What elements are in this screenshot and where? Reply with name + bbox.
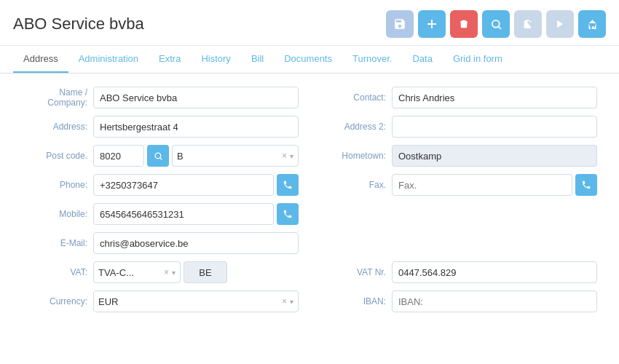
postcode-label: Post code. <box>22 151 87 161</box>
name-input[interactable] <box>93 87 299 108</box>
hometown-input[interactable] <box>392 145 597 167</box>
phone-call-button[interactable] <box>277 174 299 196</box>
form-left-column: Name / Company: Address: Post code. B × … <box>22 87 299 312</box>
vat-clear-icon[interactable]: × <box>164 267 169 277</box>
email-input[interactable] <box>93 232 299 254</box>
tab-extra[interactable]: Extra <box>149 46 191 73</box>
currency-arrow-icon[interactable]: ▾ <box>290 298 293 306</box>
tab-address[interactable]: Address <box>13 46 68 73</box>
iban-row: IBAN: <box>320 290 597 312</box>
address2-row: Address 2: <box>320 116 597 138</box>
phone-group <box>93 174 299 196</box>
postcode-group: B × ▾ <box>93 145 299 167</box>
action-buttons <box>386 10 606 38</box>
hometown-label: Hometown: <box>320 151 386 161</box>
svg-point-0 <box>492 20 499 27</box>
add-button[interactable] <box>418 10 446 38</box>
tab-bar: Address Administration Extra History Bil… <box>0 46 619 74</box>
vat-row: VAT: TVA-C... × ▾ BE <box>22 261 299 283</box>
svg-line-1 <box>498 26 500 28</box>
currency-clear-icon[interactable]: × <box>282 296 287 306</box>
postcode-input[interactable] <box>93 145 144 167</box>
name-label: Name / Company: <box>22 87 87 108</box>
mobile-row: Mobile: <box>22 203 299 225</box>
address-row: Address: <box>22 116 299 138</box>
country-arrow-icon[interactable]: ▾ <box>290 152 293 160</box>
svg-point-2 <box>155 153 161 159</box>
tab-documents[interactable]: Documents <box>274 46 342 73</box>
vat-prefix: BE <box>184 261 227 283</box>
tab-history[interactable]: History <box>191 46 240 73</box>
vatnr-input[interactable] <box>392 261 597 283</box>
page-title: ABO Service bvba <box>13 15 144 33</box>
tab-data[interactable]: Data <box>402 46 442 73</box>
vat-arrow-icon[interactable]: ▾ <box>172 269 176 277</box>
contact-row: Contact: <box>320 87 597 108</box>
email-label: E-Mail: <box>22 238 87 248</box>
mobile-label: Mobile: <box>22 209 87 219</box>
mobile-group <box>93 203 299 225</box>
iban-input[interactable] <box>392 290 597 312</box>
vat-select[interactable]: TVA-C... × ▾ <box>93 261 181 283</box>
country-value: B <box>177 151 279 162</box>
fax-group <box>392 174 597 196</box>
tab-turnover[interactable]: Turnover. <box>342 46 402 73</box>
vat-group: TVA-C... × ▾ BE <box>93 261 299 283</box>
vatnr-row: VAT Nr. <box>320 261 597 283</box>
tab-administration[interactable]: Administration <box>68 46 149 73</box>
mobile-input[interactable] <box>93 203 274 225</box>
home-button[interactable] <box>578 10 606 38</box>
name-row: Name / Company: <box>22 87 299 108</box>
mobile-call-button[interactable] <box>277 203 299 225</box>
header: ABO Service bvba <box>0 0 619 46</box>
hometown-row: Hometown: <box>320 145 597 167</box>
tab-bill[interactable]: Bill <box>241 46 274 73</box>
save-button[interactable] <box>386 10 414 38</box>
phone-input[interactable] <box>93 174 274 196</box>
currency-select[interactable]: EUR × ▾ <box>93 290 299 312</box>
currency-label: Currency: <box>22 296 87 306</box>
postcode-row: Post code. B × ▾ <box>22 145 299 167</box>
vat-label: VAT: <box>22 267 87 277</box>
email-row: E-Mail: <box>22 232 299 254</box>
postcode-search-button[interactable] <box>147 145 169 167</box>
delete-button[interactable] <box>450 10 478 38</box>
address-label: Address: <box>22 122 87 132</box>
address2-label: Address 2: <box>320 122 386 132</box>
address-input[interactable] <box>93 116 299 138</box>
tab-gridinform[interactable]: Grid in form <box>443 46 513 73</box>
search-button[interactable] <box>482 10 510 38</box>
country-select[interactable]: B × ▾ <box>172 145 299 167</box>
iban-label: IBAN: <box>320 296 386 306</box>
phone-label: Phone: <box>22 180 87 190</box>
vatnr-label: VAT Nr. <box>320 267 386 277</box>
play-button[interactable] <box>546 10 574 38</box>
svg-line-3 <box>160 158 162 159</box>
currency-value: EUR <box>98 296 279 307</box>
form-body: Name / Company: Address: Post code. B × … <box>0 74 619 325</box>
currency-row: Currency: EUR × ▾ <box>22 290 299 312</box>
vat-select-value: TVA-C... <box>98 267 161 278</box>
phone-row: Phone: <box>22 174 299 196</box>
fax-input[interactable] <box>392 174 572 196</box>
fax-label: Fax. <box>320 180 386 190</box>
form-right-column: Contact: Address 2: Hometown: Fax. <box>320 87 597 312</box>
contact-label: Contact: <box>320 92 386 103</box>
contact-input[interactable] <box>392 87 597 108</box>
country-clear-icon[interactable]: × <box>282 151 287 161</box>
copy-button[interactable] <box>514 10 542 38</box>
fax-row: Fax. <box>320 174 597 196</box>
address2-input[interactable] <box>392 116 597 138</box>
fax-call-button[interactable] <box>575 174 597 196</box>
